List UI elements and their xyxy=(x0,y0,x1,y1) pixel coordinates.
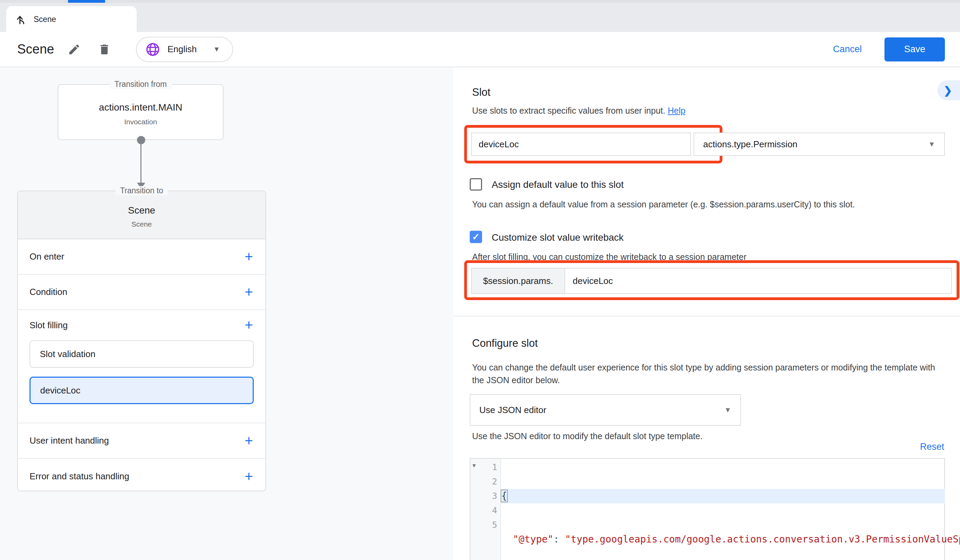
slot-description: Use slots to extract specific values fro… xyxy=(472,106,685,116)
chevron-down-icon: ▼ xyxy=(213,45,220,53)
writeback-value-input[interactable]: deviceLoc xyxy=(565,269,951,293)
delete-scene-button[interactable] xyxy=(94,39,115,60)
section-divider xyxy=(453,316,960,317)
scene-subtitle: Scene xyxy=(18,220,266,228)
configure-slot-description: You can change the default user experien… xyxy=(472,361,949,387)
code-line: { xyxy=(501,489,945,503)
reset-link[interactable]: Reset xyxy=(879,442,944,452)
scene-card-header[interactable]: Scene Scene xyxy=(18,191,266,239)
cancel-button[interactable]: Cancel xyxy=(833,44,862,54)
transition-from-legend: Transition from xyxy=(110,80,172,89)
language-selector[interactable]: English ▼ xyxy=(136,37,233,62)
slot-validation-label: Slot validation xyxy=(40,349,96,360)
globe-icon xyxy=(146,42,160,57)
transition-to-card: Transition to Scene Scene On enter + Con… xyxy=(17,190,266,491)
configure-slot-heading: Configure slot xyxy=(472,337,538,350)
chevron-down-icon: ▼ xyxy=(928,140,935,148)
tab-label: Scene xyxy=(34,15,56,24)
editor-line-numbers: 1 2 3 4 5 xyxy=(492,460,497,532)
section-on-enter: On enter + xyxy=(18,239,266,275)
add-on-enter-button[interactable]: + xyxy=(245,250,253,264)
pencil-icon xyxy=(68,43,81,56)
section-slot-filling: Slot filling + Slot validation deviceLoc xyxy=(18,310,266,423)
slot-config-mode-dropdown[interactable]: Use JSON editor ▼ xyxy=(470,394,741,426)
trash-icon xyxy=(98,43,111,56)
help-link[interactable]: Help xyxy=(668,106,685,115)
json-editor-hint: Use the JSON editor to modify the defaul… xyxy=(472,431,702,441)
chevron-right-icon: ❯ xyxy=(944,85,952,96)
tab-scene[interactable]: Scene xyxy=(6,6,137,33)
save-button[interactable]: Save xyxy=(885,37,945,61)
add-user-intent-button[interactable]: + xyxy=(245,434,253,448)
scene-editor-screen: Scene Scene English ▼ xyxy=(0,0,960,560)
slot-type-dropdown[interactable]: actions.type.Permission ▼ xyxy=(694,133,945,156)
scene-merge-icon xyxy=(15,14,27,26)
add-slot-button[interactable]: + xyxy=(245,318,253,332)
tab-bar: Scene xyxy=(0,3,960,32)
slot-config-mode-value: Use JSON editor xyxy=(479,405,546,416)
section-label: Slot filling xyxy=(30,320,68,331)
transition-to-legend: Transition to xyxy=(115,186,168,195)
fold-caret-icon[interactable]: ▾ xyxy=(472,461,476,469)
editor-code[interactable]: { "@type": "type.googleapis.com/google.a… xyxy=(501,460,945,560)
scene-diagram-panel: Transition from actions.intent.MAIN Invo… xyxy=(0,67,453,560)
assign-default-description: You can assign a default value from a se… xyxy=(472,200,855,210)
connector-line xyxy=(141,140,141,184)
section-user-intent-handling: User intent handling + xyxy=(18,423,266,459)
intent-type: Invocation xyxy=(58,118,223,126)
page-title: Scene xyxy=(17,42,54,57)
chevron-down-icon: ▼ xyxy=(724,406,731,414)
editor-gutter: ▾ 1 2 3 4 5 xyxy=(470,459,501,560)
language-label: English xyxy=(168,44,197,54)
top-progress-indicator xyxy=(68,0,105,3)
assign-default-label: Assign default value to this slot xyxy=(492,179,624,190)
section-label: Error and status handling xyxy=(30,471,130,482)
edit-scene-button[interactable] xyxy=(64,39,85,60)
section-label: On enter xyxy=(30,251,64,262)
transition-from-box[interactable]: Transition from actions.intent.MAIN Invo… xyxy=(58,84,224,140)
slot-deviceloc-label: deviceLoc xyxy=(40,385,80,396)
slot-heading: Slot xyxy=(472,86,490,99)
section-error-status-handling: Error and status handling + xyxy=(18,459,266,494)
slot-name-input[interactable] xyxy=(471,133,691,156)
writeback-prefix: $session.params. xyxy=(472,269,565,293)
collapse-panel-button[interactable]: ❯ xyxy=(938,80,960,100)
writeback-label: Customize slot value writeback xyxy=(492,232,624,243)
assign-default-checkbox[interactable] xyxy=(470,178,482,190)
slot-detail-panel: ❯ Slot Use slots to extract specific val… xyxy=(453,67,960,560)
json-editor[interactable]: ▾ 1 2 3 4 5 { "@type": "type.googleapis.… xyxy=(470,458,945,560)
writeback-field: $session.params. deviceLoc xyxy=(471,268,952,294)
section-label: User intent handling xyxy=(30,435,109,446)
code-line: "@type": "type.googleapis.com/google.act… xyxy=(501,532,945,547)
top-progress-track xyxy=(0,0,960,3)
intent-name: actions.intent.MAIN xyxy=(58,102,223,113)
slot-validation-item[interactable]: Slot validation xyxy=(30,340,254,368)
section-condition: Condition + xyxy=(18,275,266,310)
add-condition-button[interactable]: + xyxy=(245,285,253,299)
writeback-checkbox[interactable]: ✓ xyxy=(470,231,482,243)
add-error-handler-button[interactable]: + xyxy=(245,469,253,484)
section-label: Condition xyxy=(30,287,67,298)
slot-type-value: actions.type.Permission xyxy=(703,139,798,150)
slot-deviceloc-item[interactable]: deviceLoc xyxy=(30,377,254,404)
check-icon: ✓ xyxy=(472,231,480,242)
app-bar: Scene English ▼ Cancel Save xyxy=(0,32,960,67)
